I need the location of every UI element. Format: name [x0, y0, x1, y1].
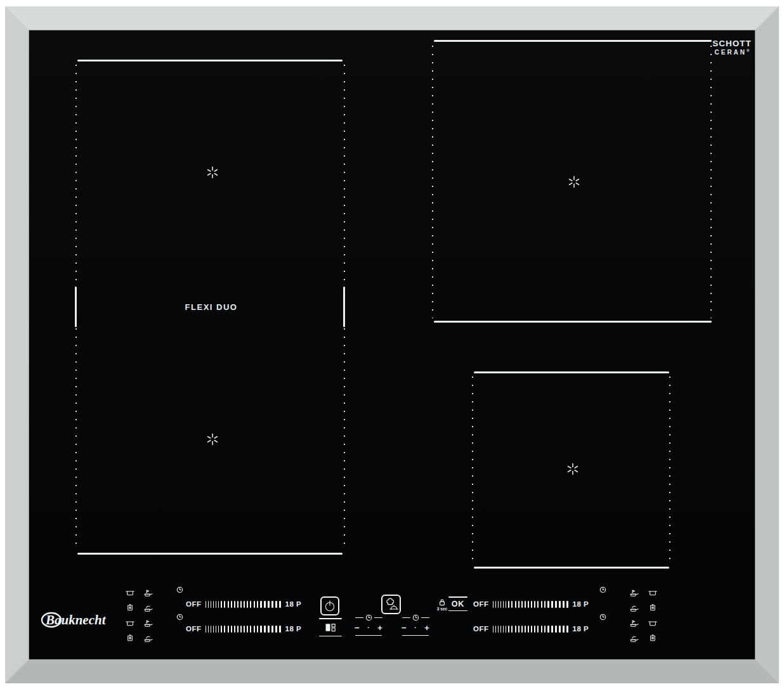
power-level-tick	[498, 626, 499, 633]
power-level-tick	[250, 601, 251, 608]
timer-clock-icon	[412, 614, 419, 621]
power-level-tick	[221, 626, 222, 633]
timer-minus-button[interactable]: −	[402, 624, 407, 633]
bottom-right-zone-top-line	[474, 371, 669, 373]
power-slider-track[interactable]	[493, 600, 569, 609]
flexi-indicator-top-line	[319, 618, 342, 619]
timer-line	[402, 617, 410, 619]
power-level-tick	[544, 626, 546, 633]
pressure-cooker-icon[interactable]	[648, 603, 657, 612]
flexi-zone-bottom-line	[77, 553, 343, 555]
power-level-tick	[275, 601, 277, 608]
timer-minus-button[interactable]: −	[355, 624, 360, 633]
power-level-tick	[247, 626, 248, 633]
lock-hold-label: 3 sec	[437, 607, 447, 611]
pressure-cooker-icon[interactable]	[126, 634, 134, 643]
timer-control-left[interactable]: − · +	[353, 614, 384, 636]
power-level-tick	[500, 601, 501, 608]
roaster-icon[interactable]	[126, 588, 134, 597]
power-level-tick	[495, 626, 496, 633]
power-slider-front-right[interactable]: OFF 18 P	[473, 599, 589, 609]
power-level-tick	[503, 601, 504, 608]
roaster-icon[interactable]	[648, 619, 657, 628]
power-slider-track[interactable]	[493, 625, 569, 633]
bauknecht-logo: Bauknecht	[41, 609, 121, 630]
power-level-tick	[234, 601, 235, 608]
power-level-tick	[224, 626, 225, 633]
timer-dot: ·	[414, 625, 416, 631]
timer-clock-icon	[176, 614, 183, 621]
saute-pan-icon[interactable]	[144, 603, 153, 612]
slider-max-label[interactable]: 18 P	[573, 600, 589, 608]
saute-pan-icon[interactable]	[630, 603, 639, 612]
timer-line	[355, 635, 382, 636]
slider-off-label[interactable]: OFF	[186, 625, 202, 633]
power-level-tick	[264, 626, 266, 633]
power-level-tick	[528, 601, 529, 608]
slider-max-label[interactable]: 18 P	[285, 600, 302, 608]
frying-pan-icon[interactable]	[630, 619, 639, 628]
timer-control-right[interactable]: − · +	[400, 614, 431, 636]
slider-off-label[interactable]: OFF	[186, 600, 202, 608]
frying-pan-icon[interactable]	[630, 588, 639, 597]
power-level-tick	[240, 601, 242, 608]
power-level-tick	[213, 601, 214, 608]
slider-off-label[interactable]: OFF	[473, 625, 489, 633]
slider-off-label[interactable]: OFF	[473, 600, 489, 608]
power-level-tick	[551, 626, 553, 633]
bottom-right-zone-left-border	[472, 377, 473, 564]
padlock-icon	[438, 598, 446, 606]
power-slider-track[interactable]	[206, 600, 282, 609]
saute-pan-icon[interactable]	[144, 634, 153, 643]
power-level-tick	[254, 601, 255, 608]
power-button[interactable]	[320, 596, 339, 615]
power-level-tick	[271, 601, 273, 608]
frying-pan-icon[interactable]	[144, 619, 153, 628]
slider-max-label[interactable]: 18 P	[573, 625, 589, 633]
power-slider-rear-left[interactable]: OFF 18 P	[186, 624, 301, 634]
saute-pan-icon[interactable]	[630, 634, 639, 643]
power-level-tick	[231, 626, 232, 633]
timer-plus-button[interactable]: +	[424, 624, 429, 633]
power-level-tick	[500, 626, 501, 633]
power-level-tick	[511, 626, 513, 633]
pressure-cooker-icon[interactable]	[126, 603, 134, 612]
power-level-tick	[250, 626, 251, 633]
power-level-tick	[511, 601, 513, 608]
power-level-tick	[566, 626, 568, 633]
power-level-tick	[515, 601, 516, 608]
power-level-tick	[563, 626, 565, 633]
power-level-tick	[213, 626, 214, 633]
frying-pan-icon[interactable]	[144, 588, 153, 597]
power-level-tick	[506, 626, 506, 633]
top-right-zone-right-border	[710, 46, 712, 318]
power-slider-track[interactable]	[206, 625, 282, 633]
power-level-tick	[559, 601, 561, 608]
power-level-tick	[521, 626, 523, 633]
power-level-tick	[563, 601, 565, 608]
power-level-tick	[211, 601, 211, 608]
timer-plus-button[interactable]: +	[377, 624, 382, 633]
ok-button[interactable]: OK	[448, 596, 467, 611]
power-slider-front-left[interactable]: OFF 18 P	[186, 599, 301, 609]
power-level-tick	[508, 601, 509, 608]
flexi-bridge-control[interactable]	[319, 618, 342, 636]
zone-marker-icon	[206, 432, 219, 446]
power-level-tick	[206, 601, 206, 608]
roaster-icon[interactable]	[648, 588, 657, 597]
ok-bottom-line	[448, 610, 467, 612]
chef-function-button[interactable]	[381, 595, 401, 614]
power-level-tick	[208, 601, 209, 608]
flexi-indicator-bottom-line	[319, 636, 342, 637]
power-level-tick	[528, 626, 529, 633]
power-level-tick	[260, 626, 262, 633]
power-level-tick	[521, 601, 523, 608]
power-slider-rear-right[interactable]: OFF 18 P	[473, 624, 589, 634]
roaster-icon[interactable]	[126, 619, 134, 628]
power-level-tick	[551, 601, 553, 608]
slider-max-label[interactable]: 18 P	[285, 625, 302, 633]
glass-brand-line2: CERAN®	[710, 49, 754, 56]
power-level-tick	[518, 626, 519, 633]
power-level-tick	[534, 601, 535, 608]
pressure-cooker-icon[interactable]	[648, 634, 657, 643]
